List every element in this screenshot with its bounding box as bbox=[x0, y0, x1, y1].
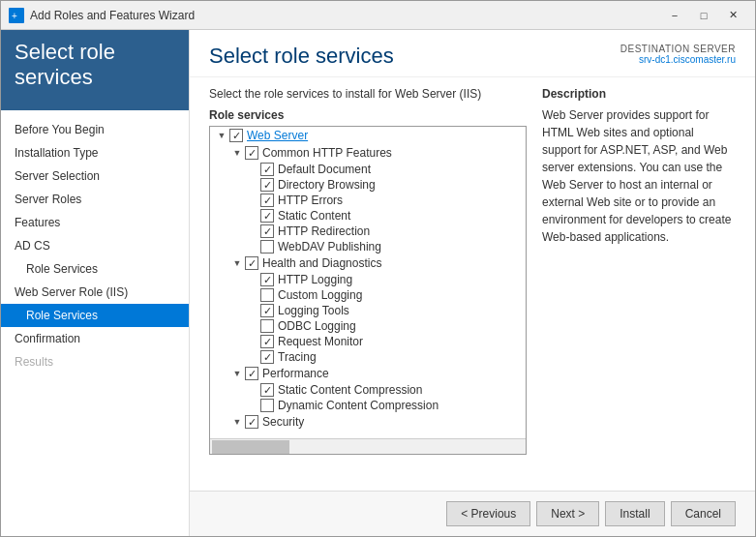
tree-item-default-doc[interactable]: Default Document bbox=[210, 162, 526, 177]
sidebar-item-installation-type[interactable]: Installation Type bbox=[1, 141, 189, 164]
close-button[interactable]: ✕ bbox=[718, 6, 747, 25]
tree-item-request-monitor[interactable]: Request Monitor bbox=[210, 334, 526, 349]
label-logging-tools: Logging Tools bbox=[278, 304, 349, 317]
sidebar: Select role services Before You Begin In… bbox=[1, 30, 190, 536]
destination-server-name: srv-dc1.ciscomaster.ru bbox=[620, 54, 736, 65]
label-security: Security bbox=[262, 415, 304, 429]
destination-server-label: DESTINATION SERVER bbox=[620, 44, 736, 54]
tree-item-tracing[interactable]: Tracing bbox=[210, 349, 526, 365]
panel-instruction: Select the role services to install for … bbox=[209, 87, 527, 101]
titlebar: + Add Roles and Features Wizard − □ ✕ bbox=[1, 1, 755, 30]
expander-performance[interactable]: ▼ bbox=[229, 366, 245, 381]
checkbox-custom-logging[interactable] bbox=[260, 288, 274, 302]
label-custom-logging: Custom Logging bbox=[278, 288, 362, 302]
expander-security[interactable]: ▼ bbox=[229, 414, 245, 430]
main-body: Select the role services to install for … bbox=[190, 77, 755, 491]
tree-wrapper: ▼ Web Server ▼ Common HTTP Features bbox=[209, 126, 527, 455]
label-dynamic-compression: Dynamic Content Compression bbox=[278, 399, 438, 412]
sidebar-item-web-server-role[interactable]: Web Server Role (IIS) bbox=[1, 281, 189, 304]
role-services-panel: Select the role services to install for … bbox=[209, 87, 527, 481]
label-http-errors: HTTP Errors bbox=[278, 194, 343, 207]
footer: < Previous Next > Install Cancel bbox=[190, 491, 755, 536]
tree-item-odbc-logging[interactable]: ODBC Logging bbox=[210, 318, 526, 334]
tree-item-static-content[interactable]: Static Content bbox=[210, 208, 526, 224]
checkbox-http-logging[interactable] bbox=[260, 273, 274, 286]
checkbox-dir-browsing[interactable] bbox=[260, 178, 274, 192]
label-odbc-logging: ODBC Logging bbox=[278, 319, 356, 333]
tree-item-http-logging[interactable]: HTTP Logging bbox=[210, 272, 526, 287]
previous-button[interactable]: < Previous bbox=[446, 501, 530, 526]
tree-item-security[interactable]: ▼ Security bbox=[210, 413, 526, 431]
tree-item-logging-tools[interactable]: Logging Tools bbox=[210, 303, 526, 318]
window-title: Add Roles and Features Wizard bbox=[30, 9, 654, 22]
install-button[interactable]: Install bbox=[605, 501, 664, 526]
checkbox-performance[interactable] bbox=[245, 367, 258, 380]
sidebar-header: Select role services bbox=[1, 30, 189, 110]
tree-item-webdav[interactable]: WebDAV Publishing bbox=[210, 239, 526, 254]
label-webdav: WebDAV Publishing bbox=[278, 240, 381, 254]
app-icon: + bbox=[9, 8, 24, 23]
label-http-logging: HTTP Logging bbox=[278, 273, 352, 286]
sidebar-item-confirmation[interactable]: Confirmation bbox=[1, 327, 189, 350]
horizontal-scrollbar-thumb[interactable] bbox=[212, 440, 289, 454]
window-controls: − □ ✕ bbox=[660, 6, 747, 25]
main-content: Select role services Before You Begin In… bbox=[1, 30, 755, 536]
checkbox-http-errors[interactable] bbox=[260, 194, 274, 207]
svg-text:+: + bbox=[12, 11, 17, 21]
tree-item-health-diag[interactable]: ▼ Health and Diagnostics bbox=[210, 254, 526, 272]
main-header: Select role services DESTINATION SERVER … bbox=[190, 30, 755, 77]
label-tracing: Tracing bbox=[278, 350, 317, 364]
cancel-button[interactable]: Cancel bbox=[671, 501, 736, 526]
tree-item-custom-logging[interactable]: Custom Logging bbox=[210, 287, 526, 303]
sidebar-item-server-roles[interactable]: Server Roles bbox=[1, 188, 189, 211]
checkbox-webdav[interactable] bbox=[260, 240, 274, 254]
tree-item-dynamic-compression[interactable]: Dynamic Content Compression bbox=[210, 398, 526, 413]
tree-scroll[interactable]: ▼ Web Server ▼ Common HTTP Features bbox=[210, 127, 526, 438]
sidebar-item-server-selection[interactable]: Server Selection bbox=[1, 164, 189, 188]
horizontal-scrollbar[interactable] bbox=[210, 438, 526, 454]
wizard-window: + Add Roles and Features Wizard − □ ✕ Se… bbox=[0, 0, 756, 537]
checkbox-request-monitor[interactable] bbox=[260, 335, 274, 348]
checkbox-static-content[interactable] bbox=[260, 209, 274, 223]
label-health-diag: Health and Diagnostics bbox=[262, 256, 381, 270]
tree-item-performance[interactable]: ▼ Performance bbox=[210, 365, 526, 382]
tree-item-common-http[interactable]: ▼ Common HTTP Features bbox=[210, 144, 526, 162]
expander-common-http[interactable]: ▼ bbox=[229, 145, 245, 161]
tree-item-dir-browsing[interactable]: Directory Browsing bbox=[210, 177, 526, 193]
next-button[interactable]: Next > bbox=[536, 501, 599, 526]
sidebar-item-role-services[interactable]: Role Services bbox=[1, 304, 189, 327]
label-http-redirect: HTTP Redirection bbox=[278, 224, 370, 238]
tree-item-http-errors[interactable]: HTTP Errors bbox=[210, 193, 526, 208]
description-header: Description bbox=[542, 87, 736, 101]
description-panel: Description Web Server provides support … bbox=[542, 87, 736, 481]
checkbox-health-diag[interactable] bbox=[245, 256, 258, 270]
label-static-compression: Static Content Compression bbox=[278, 383, 422, 397]
checkbox-tracing[interactable] bbox=[260, 350, 274, 364]
checkbox-common-http[interactable] bbox=[245, 146, 258, 160]
tree-item-static-compression[interactable]: Static Content Compression bbox=[210, 382, 526, 398]
checkbox-web-server[interactable] bbox=[229, 129, 243, 142]
checkbox-logging-tools[interactable] bbox=[260, 304, 274, 317]
checkbox-security[interactable] bbox=[245, 415, 258, 429]
checkbox-odbc-logging[interactable] bbox=[260, 319, 274, 333]
minimize-button[interactable]: − bbox=[660, 6, 689, 25]
sidebar-item-before-you-begin[interactable]: Before You Begin bbox=[1, 118, 189, 141]
sidebar-item-role-services-adcs[interactable]: Role Services bbox=[1, 257, 189, 281]
description-text: Web Server provides support for HTML Web… bbox=[542, 106, 736, 246]
sidebar-item-adcs[interactable]: AD CS bbox=[1, 234, 189, 257]
expander-web-server[interactable]: ▼ bbox=[214, 128, 229, 143]
checkbox-static-compression[interactable] bbox=[260, 383, 274, 397]
role-services-column-header: Role services bbox=[209, 108, 527, 122]
label-default-doc: Default Document bbox=[278, 163, 371, 176]
checkbox-dynamic-compression[interactable] bbox=[260, 399, 274, 412]
label-static-content: Static Content bbox=[278, 209, 350, 223]
checkbox-default-doc[interactable] bbox=[260, 163, 274, 176]
sidebar-nav: Before You Begin Installation Type Serve… bbox=[1, 110, 189, 381]
sidebar-item-features[interactable]: Features bbox=[1, 211, 189, 234]
checkbox-http-redirect[interactable] bbox=[260, 224, 274, 238]
maximize-button[interactable]: □ bbox=[689, 6, 718, 25]
expander-health-diag[interactable]: ▼ bbox=[229, 255, 245, 271]
tree-item-web-server[interactable]: ▼ Web Server bbox=[210, 127, 526, 144]
tree-item-http-redirect[interactable]: HTTP Redirection bbox=[210, 224, 526, 239]
destination-server-info: DESTINATION SERVER srv-dc1.ciscomaster.r… bbox=[620, 44, 736, 65]
